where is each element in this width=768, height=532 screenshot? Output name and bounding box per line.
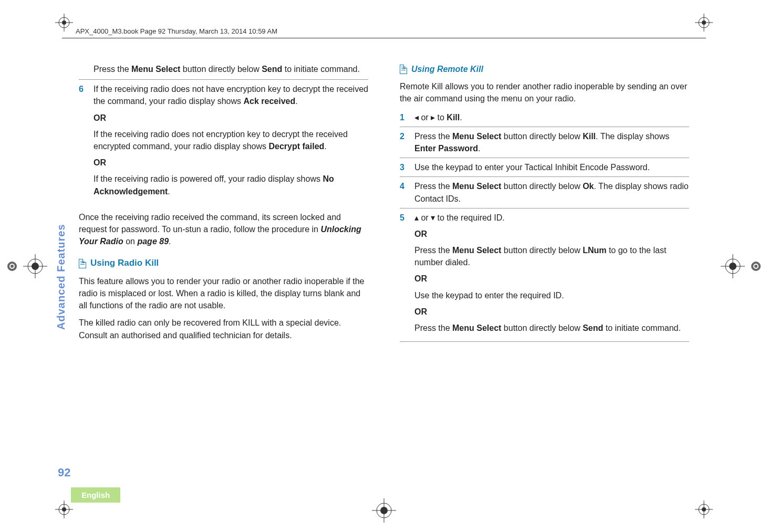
remote-kill-intro: Remote Kill allows you to render another… bbox=[400, 80, 689, 105]
crop-mark-icon bbox=[695, 14, 713, 32]
paragraph-unstun: Once the receiving radio received the co… bbox=[79, 211, 368, 248]
step-4: 4 Press the Menu Select button directly … bbox=[400, 178, 689, 208]
step-number: 5 bbox=[400, 212, 409, 339]
doc-icon bbox=[400, 65, 407, 74]
alignment-target-icon bbox=[721, 254, 745, 278]
continuation-text: Press the Menu Select button directly be… bbox=[94, 63, 368, 75]
svg-point-13 bbox=[380, 507, 388, 514]
right-column: Using Remote Kill Remote Kill allows you… bbox=[400, 63, 689, 485]
svg-point-5 bbox=[62, 507, 66, 512]
step-body: Use the keypad to enter your Tactical In… bbox=[414, 161, 689, 173]
doc-icon bbox=[79, 259, 86, 268]
svg-point-11 bbox=[729, 263, 736, 270]
left-column: Press the Menu Select button directly be… bbox=[79, 63, 368, 485]
step-number: 2 bbox=[400, 130, 409, 154]
left-arrow-icon: ◂ bbox=[414, 113, 419, 122]
language-tab: English bbox=[71, 487, 120, 503]
step-2: 2 Press the Menu Select button directly … bbox=[400, 128, 689, 158]
step-body: Press the Menu Select button directly be… bbox=[414, 180, 689, 204]
right-arrow-icon: ▸ bbox=[431, 113, 435, 122]
heading-remote-kill: Using Remote Kill bbox=[400, 63, 689, 75]
step-number: 6 bbox=[79, 83, 88, 202]
crop-mark-icon bbox=[695, 500, 713, 518]
alignment-target-icon bbox=[23, 254, 47, 278]
svg-point-3 bbox=[702, 20, 706, 25]
registration-dot-icon bbox=[751, 262, 761, 271]
registration-dot-icon bbox=[7, 262, 17, 271]
section-side-tab: Advanced Features bbox=[55, 224, 67, 330]
step-body: Press the Menu Select button directly be… bbox=[414, 130, 689, 154]
crop-mark-icon bbox=[55, 500, 73, 518]
up-arrow-icon: ▴ bbox=[414, 213, 419, 222]
step-body: ▴ or ▾ to the required ID. OR Press the … bbox=[414, 212, 689, 339]
step-number: 1 bbox=[400, 111, 409, 123]
alignment-target-icon bbox=[372, 498, 396, 523]
header-rule bbox=[62, 38, 706, 38]
page-body: Press the Menu Select button directly be… bbox=[79, 63, 689, 485]
paragraph-kill-recover: The killed radio can only be recovered f… bbox=[79, 317, 368, 341]
step-1: 1 ◂ or ▸ to Kill. bbox=[400, 109, 689, 127]
step-6: 6 If the receiving radio does not have e… bbox=[79, 81, 368, 205]
step-body: ◂ or ▸ to Kill. bbox=[414, 111, 689, 123]
crop-mark-icon bbox=[55, 14, 73, 32]
heading-radio-kill: Using Radio Kill bbox=[79, 257, 368, 270]
paragraph-kill-desc: This feature allows you to render your r… bbox=[79, 275, 368, 312]
svg-point-1 bbox=[62, 20, 66, 25]
page-number: 92 bbox=[58, 466, 70, 479]
down-arrow-icon: ▾ bbox=[431, 213, 435, 222]
step-body: If the receiving radio does not have enc… bbox=[94, 83, 368, 202]
svg-point-9 bbox=[32, 263, 39, 270]
step-3: 3 Use the keypad to enter your Tactical … bbox=[400, 159, 689, 177]
step-number: 4 bbox=[400, 180, 409, 204]
step-number: 3 bbox=[400, 161, 409, 173]
svg-point-7 bbox=[702, 507, 706, 512]
book-header: APX_4000_M3.book Page 92 Thursday, March… bbox=[76, 27, 277, 35]
step-5: 5 ▴ or ▾ to the required ID. OR Press th… bbox=[400, 210, 689, 342]
